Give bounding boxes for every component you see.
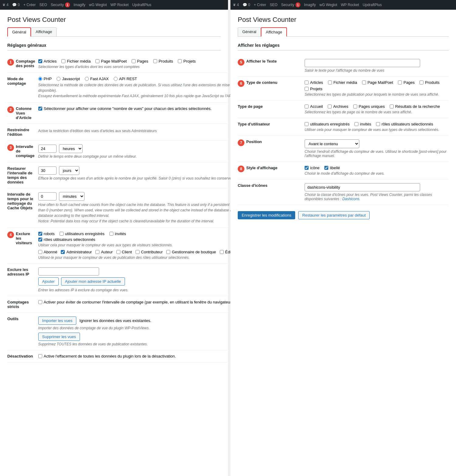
check-tp-accueil[interactable]: Accueil: [305, 104, 323, 109]
check-tp-pages-uniques[interactable]: Pages uniques: [353, 104, 385, 109]
check-page-mailpoet[interactable]: Page MailPoet: [95, 59, 127, 63]
check-tc-pages[interactable]: Pages: [398, 80, 415, 85]
check-tc-projets[interactable]: Projets: [305, 87, 322, 91]
wp-logo-item[interactable]: ❦ 4: [2, 3, 9, 7]
help-type-page: Sélectionnez les types de page où le nom…: [305, 110, 449, 114]
left-tabs: Général Affichage: [7, 27, 221, 37]
security-item-right[interactable]: Security 1: [281, 2, 300, 7]
check-admin[interactable]: Administrateur: [61, 250, 92, 254]
tab-general-right[interactable]: Général: [238, 27, 261, 37]
imagify-item[interactable]: Imagify: [74, 3, 85, 7]
radio-fastajax[interactable]: Fast AJAX: [85, 77, 109, 81]
seo-item-r[interactable]: SEO: [270, 3, 277, 7]
tab-affichage-right[interactable]: Affichage: [261, 27, 287, 37]
right-page-title: Post Views Counter: [238, 16, 449, 24]
check-enregistres[interactable]: utilisateurs enregistrés: [60, 231, 105, 236]
label-comptage-posts: 1 Comptage des posts: [7, 55, 38, 73]
wprocket-item-r[interactable]: WP Rocket: [341, 3, 359, 7]
radio-js[interactable]: Javascript: [57, 77, 80, 81]
ajouter-button[interactable]: Ajouter: [38, 277, 59, 286]
ip-text-input[interactable]: [38, 267, 99, 276]
updraft-item-r[interactable]: UpdraftPlus: [363, 3, 382, 7]
cache-unit-select[interactable]: minutes: [59, 192, 85, 201]
label-mode-comptage: Mode de comptage: [7, 73, 38, 103]
right-tabs: Général Affichage: [238, 27, 449, 37]
annotation-4: 4: [7, 231, 14, 238]
tab-affichage-left[interactable]: Affichage: [31, 27, 57, 37]
check-robots[interactable]: robots: [38, 231, 55, 236]
check-tu-enregistres[interactable]: utilisateurs enregistrés: [305, 122, 350, 126]
admin-bar-right: ❦ 4 💬 0 + Créer SEO Security 1 Imagify w…: [230, 0, 456, 10]
position-select[interactable]: Avant le contenu Après le contenu Shortc…: [305, 139, 359, 148]
check-projets[interactable]: Projets: [178, 59, 195, 63]
radio-php[interactable]: PHP: [38, 77, 52, 81]
label-restaurer-intervalle: Restaurer l'intervalle de temps des donn…: [7, 163, 38, 188]
help-type-contenu: Sélectionnez les types de publication po…: [305, 92, 449, 97]
check-articles[interactable]: Articles: [38, 59, 57, 63]
restore-defaults-button[interactable]: Restaurer les paramètres par défaut: [298, 211, 370, 219]
weglot-item-r[interactable]: wG Weglot: [320, 3, 337, 7]
security-badge-right: 1: [295, 2, 300, 7]
intervalle-number-input[interactable]: [38, 145, 57, 153]
type-contenu-checkboxes: Articles Fichier média Page MailPoet Pag…: [305, 80, 449, 91]
annotation-7: 7: [238, 139, 244, 146]
check-tc-produits[interactable]: Produits: [420, 80, 440, 85]
updraft-item[interactable]: UpdraftPlus: [132, 3, 151, 7]
wp-logo-item-r[interactable]: ❦ 4: [233, 3, 239, 7]
seo-item[interactable]: SEO: [39, 3, 47, 7]
dashicons-link[interactable]: Dashicons: [342, 197, 359, 201]
restaurer-number-input[interactable]: [38, 166, 57, 175]
check-tu-invites[interactable]: invités: [354, 122, 371, 126]
check-style-icone[interactable]: icône: [305, 166, 320, 170]
weglot-item[interactable]: wG Weglot: [89, 3, 107, 7]
check-tu-roles[interactable]: rôles utilisateurs sélectionnés: [376, 122, 433, 126]
check-tc-articles[interactable]: Articles: [305, 80, 323, 85]
label-type-utilisateur: Type d'utilisateur: [238, 118, 305, 136]
check-auteur[interactable]: Auteur: [95, 250, 112, 254]
check-contributeur[interactable]: Contributeur: [136, 250, 163, 254]
label-classe-icones: Classe d'icônes: [238, 180, 305, 205]
check-pages[interactable]: Pages: [132, 59, 148, 63]
afficher-texte-input[interactable]: [305, 59, 420, 67]
check-client[interactable]: Client: [116, 250, 132, 254]
check-produits[interactable]: Produits: [153, 59, 173, 63]
admin-bar-left: ❦ 4 💬 0 + Créer SEO Security 1 Imagify w…: [0, 0, 228, 10]
label-type-page: Type de page: [238, 101, 305, 118]
wprocket-item[interactable]: WP Rocket: [110, 3, 129, 7]
left-page-title: Post Views Counter: [7, 16, 221, 24]
imagify-item-r[interactable]: Imagify: [304, 3, 316, 7]
row-classe-icones: Classe d'icônes Choisir la classe d'icôn…: [238, 180, 449, 205]
check-style-libelle[interactable]: libellé: [324, 166, 340, 170]
label-type-contenu: 6 Type de contenu: [238, 77, 305, 101]
right-panel: ❦ 4 💬 0 + Créer SEO Security 1 Imagify w…: [230, 0, 456, 476]
check-abonne[interactable]: Abonné: [38, 250, 57, 254]
ajouter-ip-button[interactable]: Ajouter mon adresse IP actuelle: [61, 277, 125, 286]
security-item-left[interactable]: Security 1: [51, 2, 70, 7]
check-fichier-media[interactable]: Fichier média: [61, 59, 91, 63]
check-tp-archives[interactable]: Archives: [328, 104, 348, 109]
label-style-affichage: 8 Style d'affichage: [238, 162, 305, 180]
label-outils: Outils: [7, 313, 38, 350]
radio-apirest[interactable]: API REST: [114, 77, 137, 81]
tab-general-left[interactable]: Général: [7, 27, 31, 37]
left-panel: ❦ 4 💬 0 + Créer SEO Security 1 Imagify w…: [0, 0, 228, 476]
row-type-contenu: 6 Type de contenu Articles Fichier média…: [238, 77, 449, 101]
check-tc-fichier[interactable]: Fichier média: [328, 80, 357, 85]
importer-vues-button[interactable]: Importer les vues: [38, 317, 77, 325]
supprimer-vues-button[interactable]: Supprimer les vues: [38, 333, 80, 341]
restaurer-unit-select[interactable]: jours: [59, 166, 79, 175]
save-button[interactable]: Enregistrer les modifications: [238, 211, 295, 219]
help-style: Choisir le mode d'affichage du compteur …: [305, 171, 449, 176]
cache-number-input[interactable]: [38, 192, 57, 200]
intervalle-unit-select[interactable]: heures: [59, 144, 83, 153]
check-gestionnaire[interactable]: Gestionnaire de boutique: [166, 250, 216, 254]
comment-item[interactable]: 💬 0: [12, 3, 20, 7]
check-invites[interactable]: invités: [109, 231, 126, 236]
create-item-r[interactable]: + Créer: [254, 3, 266, 7]
classe-icones-input[interactable]: [305, 183, 420, 191]
check-tp-recherche[interactable]: Résultats de la recherche: [390, 104, 440, 109]
check-tc-mailpoet[interactable]: Page MailPoet: [362, 80, 393, 85]
comment-item-r[interactable]: 💬 0: [243, 3, 250, 7]
create-item[interactable]: + Créer: [23, 3, 36, 7]
help-afficher-texte: Saisir le texte pour l'affichage du nomb…: [305, 68, 449, 73]
